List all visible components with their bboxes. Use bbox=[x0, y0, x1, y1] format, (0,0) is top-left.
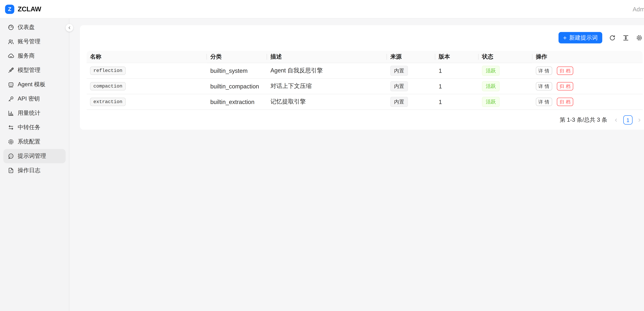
sidebar-item-usage-stats[interactable]: 用量统计 bbox=[3, 106, 66, 120]
detail-button[interactable]: 详 情 bbox=[536, 98, 552, 106]
column-header: 描述 bbox=[267, 51, 387, 63]
archive-button[interactable]: 归 档 bbox=[557, 82, 573, 91]
status-badge: 活跃 bbox=[482, 97, 500, 107]
sidebar-item-providers[interactable]: 服务商 bbox=[3, 49, 66, 63]
sidebar-item-label: 提示词管理 bbox=[18, 152, 46, 160]
prompt-name-tag: compaction bbox=[90, 82, 126, 91]
cloud-server-icon bbox=[8, 53, 14, 59]
sidebar-item-agent-templates[interactable]: Agent 模板 bbox=[3, 78, 66, 92]
version-cell: 1 bbox=[435, 63, 478, 79]
column-header: 名称 bbox=[87, 51, 207, 63]
version-cell: 1 bbox=[435, 79, 478, 94]
sidebar-item-label: 仪表盘 bbox=[18, 24, 35, 31]
pagination-page-current[interactable]: 1 bbox=[623, 115, 632, 125]
column-header: 分类 bbox=[207, 51, 267, 63]
sidebar-item-label: 用量统计 bbox=[18, 109, 40, 117]
archive-button[interactable]: 归 档 bbox=[557, 67, 573, 75]
pagination: 第 1-3 条/总共 3 条 1 bbox=[87, 115, 643, 125]
description-cell: Agent 自我反思引擎 bbox=[267, 63, 387, 79]
team-icon bbox=[8, 38, 14, 45]
sidebar-item-operation-logs[interactable]: 操作日志 bbox=[3, 163, 66, 178]
sidebar: 仪表盘 账号管理 服务商 模型管理 Agent 模板 API 密钥 用量统计 中… bbox=[0, 19, 70, 311]
main-content: + 新建提示词 bbox=[70, 19, 644, 311]
archive-button[interactable]: 归 档 bbox=[557, 98, 573, 106]
brand: Z ZCLAW bbox=[5, 5, 41, 14]
prompt-name-tag: extraction bbox=[90, 98, 126, 106]
table-settings-icon[interactable] bbox=[636, 34, 642, 41]
dashboard-icon bbox=[8, 24, 14, 31]
sidebar-item-label: Agent 模板 bbox=[18, 81, 46, 88]
prompt-name-tag: reflection bbox=[90, 67, 126, 75]
table-row: compaction builtin_compaction 对话上下文压缩 内置… bbox=[87, 79, 643, 94]
sidebar-item-label: 系统配置 bbox=[18, 138, 40, 146]
plus-icon: + bbox=[563, 35, 567, 41]
sidebar-item-system-config[interactable]: 系统配置 bbox=[3, 135, 66, 149]
column-height-icon[interactable] bbox=[622, 34, 629, 41]
sidebar-item-label: 中转任务 bbox=[18, 124, 40, 131]
key-icon bbox=[8, 96, 14, 102]
table-header-row: 名称分类描述来源版本状态操作 bbox=[87, 51, 643, 63]
column-header: 版本 bbox=[435, 51, 478, 63]
sidebar-item-label: 模型管理 bbox=[18, 67, 40, 74]
status-badge: 活跃 bbox=[482, 81, 500, 91]
description-cell: 对话上下文压缩 bbox=[267, 79, 387, 94]
table-row: reflection builtin_system Agent 自我反思引擎 内… bbox=[87, 63, 643, 79]
sidebar-item-models[interactable]: 模型管理 bbox=[3, 63, 66, 78]
sidebar-item-api-keys[interactable]: API 密钥 bbox=[3, 92, 66, 106]
source-tag: 内置 bbox=[390, 81, 408, 91]
table-toolbar: + 新建提示词 bbox=[87, 32, 643, 43]
file-text-icon bbox=[8, 167, 14, 174]
sidebar-item-dashboard[interactable]: 仪表盘 bbox=[3, 20, 66, 35]
category-cell: builtin_system bbox=[207, 63, 267, 79]
message-icon bbox=[8, 153, 14, 159]
column-header: 状态 bbox=[478, 51, 532, 63]
sidebar-item-label: 账号管理 bbox=[18, 38, 40, 46]
pagination-prev-button[interactable] bbox=[613, 117, 619, 123]
sidebar-item-prompts[interactable]: 提示词管理 bbox=[3, 149, 66, 163]
sidebar-item-label: API 密钥 bbox=[18, 95, 40, 103]
top-bar: Z ZCLAW Admin bbox=[0, 0, 644, 19]
detail-button[interactable]: 详 情 bbox=[536, 67, 552, 75]
refresh-icon[interactable] bbox=[609, 34, 616, 41]
bar-chart-icon bbox=[8, 110, 14, 117]
version-cell: 1 bbox=[435, 94, 478, 110]
new-prompt-button[interactable]: + 新建提示词 bbox=[558, 32, 602, 43]
category-cell: builtin_extraction bbox=[207, 94, 267, 110]
description-cell: 记忆提取引擎 bbox=[267, 94, 387, 110]
sidebar-collapse-button[interactable] bbox=[66, 24, 73, 32]
sidebar-item-accounts[interactable]: 账号管理 bbox=[3, 35, 66, 49]
status-badge: 活跃 bbox=[482, 66, 500, 76]
sidebar-item-label: 服务商 bbox=[18, 52, 35, 60]
sidebar-item-relay-tasks[interactable]: 中转任务 bbox=[3, 120, 66, 135]
pagination-next-button[interactable] bbox=[637, 117, 643, 123]
sidebar-item-label: 操作日志 bbox=[18, 167, 40, 174]
app-logo-icon: Z bbox=[5, 5, 14, 14]
category-cell: builtin_compaction bbox=[207, 79, 267, 94]
column-header: 来源 bbox=[387, 51, 435, 63]
source-tag: 内置 bbox=[390, 66, 408, 76]
detail-button[interactable]: 详 情 bbox=[536, 82, 552, 91]
sidebar-nav: 仪表盘 账号管理 服务商 模型管理 Agent 模板 API 密钥 用量统计 中… bbox=[3, 20, 66, 178]
swap-icon bbox=[8, 124, 14, 131]
user-menu[interactable]: Admin bbox=[633, 6, 644, 12]
column-header: 操作 bbox=[532, 51, 643, 63]
pagination-summary: 第 1-3 条/总共 3 条 bbox=[560, 116, 607, 124]
source-tag: 内置 bbox=[390, 97, 408, 107]
table-row: extraction builtin_extraction 记忆提取引擎 内置 … bbox=[87, 94, 643, 110]
new-prompt-button-label: 新建提示词 bbox=[569, 34, 598, 42]
setting-icon bbox=[8, 138, 14, 145]
prompts-card: + 新建提示词 bbox=[80, 25, 644, 130]
brand-name: ZCLAW bbox=[18, 5, 41, 13]
robot-icon bbox=[8, 81, 14, 88]
prompts-table: 名称分类描述来源版本状态操作 reflection builtin_system… bbox=[87, 51, 643, 110]
api-icon bbox=[8, 67, 14, 74]
chevron-left-icon bbox=[67, 25, 72, 30]
app-root: Z ZCLAW Admin 仪表盘 账号管理 服务商 模型管理 Agent 模板… bbox=[0, 0, 644, 311]
